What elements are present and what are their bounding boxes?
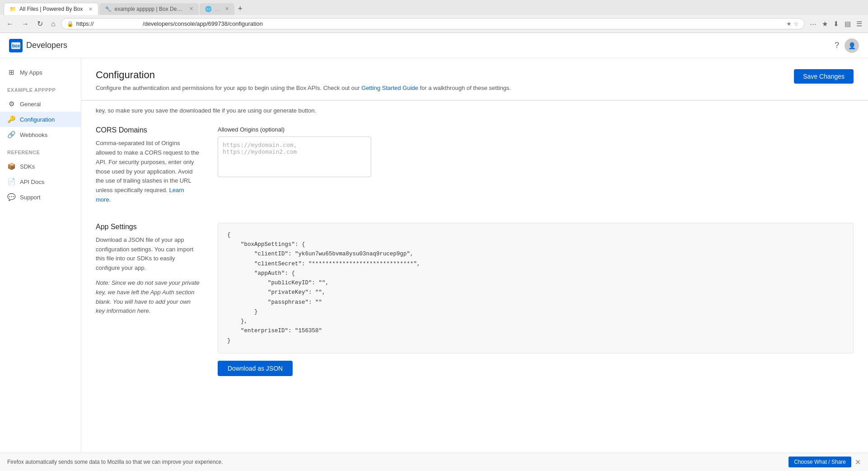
notification-close-button[interactable]: ✕ [855, 458, 861, 466]
sidebar-item-support[interactable]: 💬 Support [0, 189, 81, 205]
star-button[interactable]: ★ [820, 18, 830, 30]
header-right: ? 👤 [835, 38, 859, 53]
app-settings-section: App Settings Download a JSON file of you… [96, 223, 854, 376]
home-button[interactable]: ⌂ [48, 18, 58, 30]
sidebar-webhooks-label: Webhooks [20, 132, 47, 138]
download-json-button[interactable]: Download as JSON [218, 361, 293, 376]
header-logo-text: Developers [26, 41, 67, 50]
tab-title-2: example appppp | Box Develo... [115, 6, 184, 12]
tab-favicon-3: 🌐 [205, 6, 211, 12]
notification-right: Choose What / Share ✕ [789, 457, 861, 467]
cors-section: CORS Domains Comma-separated list of Ori… [96, 126, 854, 205]
sidebar-sdks-label: SDKs [20, 163, 35, 170]
page-header: Configuration Configure the authenticati… [81, 58, 868, 100]
json-block: { "boxAppSettings": { "clientID": "yk6un… [218, 223, 854, 353]
tab-2[interactable]: 🔧 example appppp | Box Develo... ✕ [99, 3, 199, 15]
cors-origins-input[interactable] [218, 137, 371, 177]
tab-title-3: ... [215, 6, 219, 12]
back-button[interactable]: ← [4, 18, 16, 30]
key-icon: 🔑 [7, 115, 15, 123]
cors-desc: CORS Domains Comma-separated list of Ori… [96, 126, 200, 205]
grid-icon: ⊞ [7, 68, 15, 76]
address-input[interactable] [76, 20, 784, 27]
tab-1[interactable]: 📁 All Files | Powered By Box ✕ [4, 3, 98, 15]
getting-started-link[interactable]: Getting Started Guide [361, 85, 418, 91]
cors-field-area: Allowed Origins (optional) [218, 126, 854, 205]
tab-title-1: All Files | Powered By Box [19, 6, 83, 12]
sidebar-item-webhooks[interactable]: 🔗 Webhooks [0, 127, 81, 142]
save-changes-button[interactable]: Save Changes [794, 69, 854, 84]
tab-3[interactable]: 🌐 ... ✕ [200, 3, 234, 15]
app-settings-content: { "boxAppSettings": { "clientID": "yk6un… [218, 223, 854, 376]
sidebar-support-label: Support [20, 194, 41, 201]
app-settings-title: App Settings [96, 223, 200, 231]
app-header: box Developers ? 👤 [0, 33, 868, 58]
tab-close-1[interactable]: ✕ [89, 6, 93, 12]
tab-favicon-1: 📁 [9, 6, 16, 12]
cors-title: CORS Domains [96, 126, 200, 134]
intro-note-area: key, so make sure you save the downloade… [81, 100, 868, 116]
notification-bar: Firefox automatically sends some data to… [0, 452, 868, 471]
tab-favicon-2: 🔧 [105, 6, 111, 12]
box-logo-icon: box [9, 39, 23, 52]
svg-text:box: box [12, 43, 20, 48]
sidebar-item-my-apps[interactable]: ⊞ My Apps [0, 65, 81, 80]
address-icons: ★ ☆ [786, 20, 799, 27]
help-icon[interactable]: ? [835, 41, 839, 50]
reload-button[interactable]: ↻ [34, 18, 46, 30]
sidebar-section-example: EXAMPLE APPPPP [0, 82, 81, 94]
tab-close-3[interactable]: ✕ [225, 6, 229, 12]
sidebar-toggle-button[interactable]: ▤ [842, 18, 853, 30]
page-description: Configure the authentication and permiss… [96, 84, 511, 93]
cors-description: Comma-separated list of Origins allowed … [96, 139, 200, 205]
sidebar-my-apps-label: My Apps [20, 69, 42, 76]
page-title-area: Configuration Configure the authenticati… [96, 69, 511, 93]
bookmarks-button[interactable]: ⋯ [807, 18, 819, 30]
content-body: CORS Domains Comma-separated list of Ori… [81, 115, 868, 405]
docs-icon: 📄 [7, 178, 15, 186]
sidebar-item-general[interactable]: ⚙ General [0, 96, 81, 112]
support-icon: 💬 [7, 193, 15, 201]
sidebar-item-api-docs[interactable]: 📄 API Docs [0, 174, 81, 189]
main-content: Configuration Configure the authenticati… [81, 58, 868, 452]
secure-icon: 🔒 [67, 21, 74, 27]
sidebar-section-reference: REFERENCE [0, 144, 81, 157]
cors-section-layout: CORS Domains Comma-separated list of Ori… [96, 126, 854, 205]
app-settings-layout: App Settings Download a JSON file of you… [96, 223, 854, 376]
gear-icon: ⚙ [7, 100, 15, 108]
webhook-icon: 🔗 [7, 131, 15, 139]
new-tab-button[interactable]: + [235, 4, 246, 14]
intro-note-text: key, so make sure you save the downloade… [96, 106, 854, 116]
avatar[interactable]: 👤 [845, 38, 859, 53]
page-title: Configuration [96, 69, 511, 81]
sidebar-configuration-label: Configuration [20, 116, 55, 123]
menu-button[interactable]: ☰ [854, 18, 864, 30]
sidebar-item-configuration[interactable]: 🔑 Configuration [0, 112, 81, 127]
app-settings-desc: App Settings Download a JSON file of you… [96, 223, 200, 376]
sidebar: ⊞ My Apps EXAMPLE APPPPP ⚙ General 🔑 Con… [0, 58, 81, 452]
header-logo: box Developers [9, 39, 67, 52]
sidebar-general-label: General [20, 101, 41, 108]
cors-field-label: Allowed Origins (optional) [218, 126, 854, 133]
downloads-button[interactable]: ⬇ [831, 18, 841, 30]
sidebar-item-sdks[interactable]: 📦 SDKs [0, 159, 81, 174]
choose-share-button[interactable]: Choose What / Share [789, 457, 851, 467]
address-bar[interactable]: 🔒 ★ ☆ [61, 18, 805, 29]
notification-left: Firefox automatically sends some data to… [7, 459, 223, 465]
box-logo-svg: box [11, 41, 20, 50]
tab-close-2[interactable]: ✕ [189, 6, 193, 12]
sdks-icon: 📦 [7, 162, 15, 170]
app-settings-description: Download a JSON file of your app configu… [96, 236, 200, 273]
sidebar-apidocs-label: API Docs [20, 179, 44, 185]
app-settings-note: Note: Since we do not save your private … [96, 278, 200, 316]
forward-button[interactable]: → [19, 18, 32, 30]
notification-message: Firefox automatically sends some data to… [7, 459, 223, 465]
